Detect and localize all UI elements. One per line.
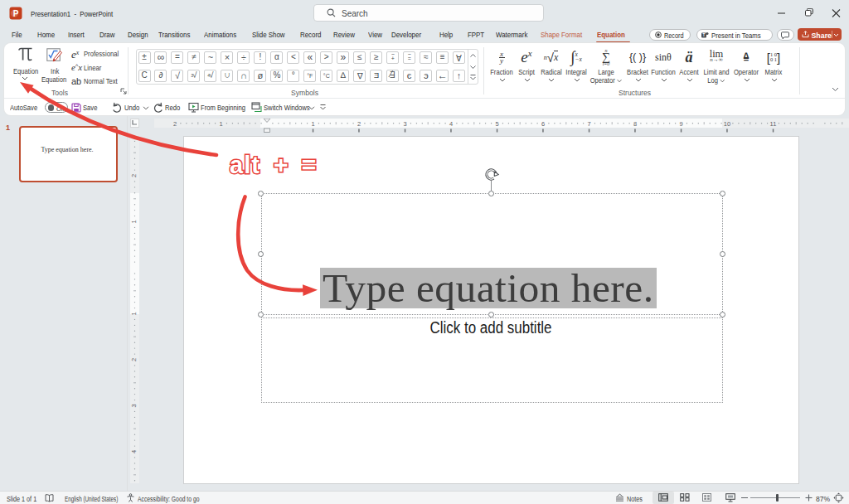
svg-text:T: T [703,33,706,37]
svg-text:P: P [13,9,19,18]
svg-text:2: 2 [130,358,138,361]
svg-text:1: 1 [130,220,138,223]
svg-text:7: 7 [587,119,590,127]
svg-text:11: 11 [770,119,777,127]
svg-text:5: 5 [495,119,498,127]
svg-text:6: 6 [541,119,545,127]
svg-text:2: 2 [357,119,361,127]
svg-text:1: 1 [130,312,138,315]
svg-text:2: 2 [173,119,177,127]
svg-text:8: 8 [633,119,637,127]
svg-text:1: 1 [311,119,314,127]
svg-text:alt: alt [230,152,260,178]
svg-text:4: 4 [130,450,138,453]
svg-text:1: 1 [219,119,222,127]
svg-text:+ =: + = [274,151,319,178]
svg-text:3: 3 [130,404,138,407]
svg-text:10: 10 [724,119,730,127]
svg-text:3: 3 [403,119,406,127]
svg-text:2: 2 [130,174,138,177]
svg-text:9: 9 [679,119,682,127]
svg-text:4: 4 [449,119,453,127]
